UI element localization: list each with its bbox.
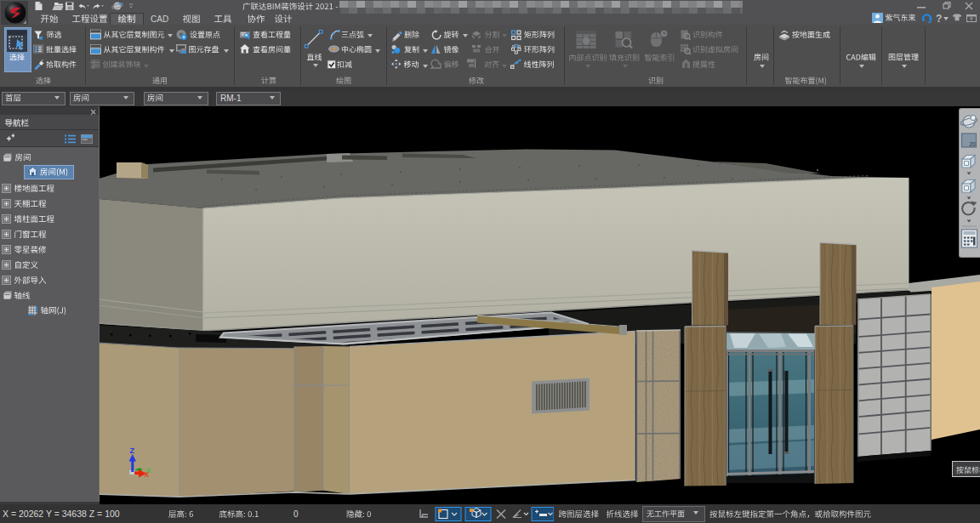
svg-text:Z: Z — [130, 446, 135, 455]
svg-text:20: 20 — [970, 141, 977, 147]
svg-text:X: X — [145, 470, 150, 479]
